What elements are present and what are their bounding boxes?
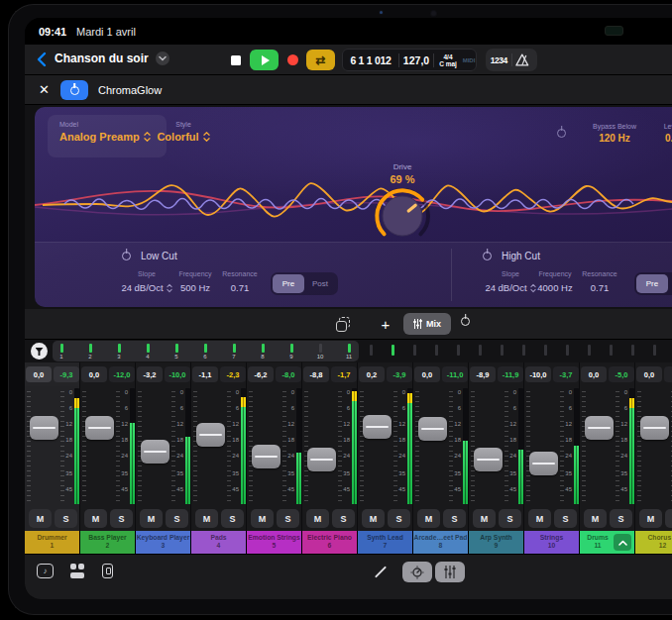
volume-value[interactable]: 0,0 <box>81 366 107 382</box>
track-name-7[interactable]: Synth Lead7 <box>358 531 412 554</box>
add-track-button[interactable]: + <box>374 313 397 335</box>
solo-button[interactable]: S <box>277 509 299 528</box>
plugin-power-toggle[interactable] <box>60 80 88 100</box>
peak-value[interactable]: -11,0 <box>442 366 468 382</box>
peak-value[interactable]: -11,9 <box>498 366 523 382</box>
solo-button[interactable]: S <box>443 509 466 528</box>
track-name-9[interactable]: Arp Synth9 <box>469 531 523 554</box>
metronome-button[interactable] <box>512 52 537 67</box>
solo-button[interactable]: S <box>221 509 244 528</box>
fader-handle[interactable] <box>30 416 58 440</box>
volume-value[interactable]: 0,0 <box>636 366 662 382</box>
collapse-stack-button[interactable] <box>614 534 631 551</box>
track-name-5[interactable]: Emotion Strings5 <box>247 531 301 554</box>
play-button[interactable] <box>250 50 279 70</box>
solo-button[interactable]: S <box>388 509 410 528</box>
peak-value[interactable] <box>664 366 672 382</box>
mixer-power-icon[interactable] <box>461 317 470 326</box>
fader-handle[interactable] <box>252 445 280 468</box>
mute-button[interactable]: M <box>251 509 274 528</box>
drive-knob[interactable] <box>374 187 431 245</box>
bypass-power-icon[interactable] <box>557 129 566 138</box>
duplicate-icon[interactable] <box>336 317 351 332</box>
volume-value[interactable]: -8,9 <box>470 366 496 382</box>
browser-icon[interactable]: ♪ <box>37 564 54 578</box>
cells-icon[interactable] <box>70 564 85 578</box>
cycle-button[interactable]: ⇄ <box>306 50 335 70</box>
peak-value[interactable]: -1,7 <box>331 366 357 382</box>
track-name-3[interactable]: Keyboard Player3 <box>136 531 190 554</box>
solo-button[interactable]: S <box>610 509 632 528</box>
peak-value[interactable]: -3,9 <box>387 366 412 382</box>
mute-button[interactable]: M <box>140 509 163 528</box>
solo-button[interactable]: S <box>55 509 77 528</box>
controls-view-button[interactable] <box>402 562 432 582</box>
bypass-below-param[interactable]: Bypass Below 120 Hz <box>580 123 649 144</box>
solo-button[interactable]: S <box>166 509 188 528</box>
mute-button[interactable]: M <box>417 509 440 528</box>
post-button[interactable]: Post <box>668 274 672 293</box>
solo-button[interactable]: S <box>332 509 355 528</box>
track-name-11[interactable]: Drums11 <box>580 531 634 554</box>
style-selector[interactable]: Style Colorful <box>139 121 228 143</box>
pencil-icon[interactable] <box>375 566 387 577</box>
solo-button[interactable]: S <box>554 509 577 528</box>
fader-handle[interactable] <box>474 448 503 471</box>
fader-handle[interactable] <box>585 416 614 440</box>
volume-value[interactable]: 0,0 <box>414 366 440 382</box>
mute-button[interactable]: M <box>84 509 107 528</box>
track-name-4[interactable]: Pads4 <box>191 531 246 554</box>
lcd-display[interactable]: 6 1 1 012 127,0 4/4 C maj MIDI <box>342 49 477 71</box>
stop-button[interactable] <box>224 50 248 70</box>
volume-value[interactable]: -10,0 <box>525 366 551 382</box>
volume-value[interactable]: 0,0 <box>26 366 52 382</box>
close-plugin-icon[interactable]: ✕ <box>39 82 50 97</box>
volume-value[interactable]: 0,0 <box>581 366 607 382</box>
mix-view-button[interactable]: Mix <box>403 313 451 335</box>
back-chevron-icon[interactable] <box>35 52 49 67</box>
high-cut-resonance[interactable]: Resonance 0.71 <box>568 270 631 295</box>
fader-handle[interactable] <box>363 415 392 439</box>
level-param[interactable]: Level 0.0 <box>644 123 672 144</box>
volume-value[interactable]: -3,2 <box>137 366 163 382</box>
pre-button[interactable]: Pre <box>273 274 304 293</box>
peak-value[interactable]: -3,7 <box>553 366 579 382</box>
peak-value[interactable]: -9,3 <box>54 366 79 382</box>
peak-value[interactable]: -8,0 <box>276 366 301 382</box>
fader-handle[interactable] <box>196 423 225 447</box>
track-name-8[interactable]: Arcade…eet Pad8 <box>413 531 468 554</box>
pre-button[interactable]: Pre <box>636 274 668 293</box>
volume-value[interactable]: -6,2 <box>248 366 274 382</box>
solo-button[interactable]: S <box>110 509 133 528</box>
high-cut-power-icon[interactable] <box>483 252 492 260</box>
track-name-6[interactable]: Electric Piano6 <box>302 531 357 554</box>
record-button[interactable] <box>280 50 304 70</box>
visible-tracks-box[interactable]: 1234567891011 <box>53 341 359 362</box>
mute-button[interactable]: M <box>584 509 607 528</box>
filter-icon[interactable] <box>31 343 48 360</box>
mute-button[interactable]: M <box>195 509 218 528</box>
mute-button[interactable]: M <box>639 509 662 528</box>
mute-button[interactable]: M <box>528 509 551 528</box>
peak-value[interactable]: -12,0 <box>109 366 135 382</box>
mute-button[interactable]: M <box>306 509 329 528</box>
fader-handle[interactable] <box>307 448 336 471</box>
count-in-button[interactable]: 1234 <box>486 55 511 65</box>
volume-value[interactable]: -8,8 <box>303 366 329 382</box>
low-cut-power-icon[interactable] <box>122 252 131 260</box>
fader-handle[interactable] <box>418 417 447 441</box>
track-name-12[interactable]: Chorus V12 <box>635 531 672 554</box>
mute-button[interactable]: M <box>29 509 52 528</box>
post-button[interactable]: Post <box>304 274 336 293</box>
project-title-menu[interactable]: Chanson du soir <box>55 52 169 65</box>
mute-button[interactable]: M <box>473 509 496 528</box>
fader-handle[interactable] <box>85 416 114 440</box>
low-cut-resonance[interactable]: Resonance 0.71 <box>208 270 272 295</box>
solo-button[interactable]: S <box>499 509 521 528</box>
peak-value[interactable]: -2,3 <box>220 366 246 382</box>
mixer-view-button[interactable] <box>435 562 465 582</box>
volume-value[interactable]: 0,2 <box>359 366 385 382</box>
mute-button[interactable]: M <box>362 509 385 528</box>
track-name-2[interactable]: Bass Player2 <box>80 531 135 554</box>
volume-value[interactable]: -1,1 <box>192 366 218 382</box>
